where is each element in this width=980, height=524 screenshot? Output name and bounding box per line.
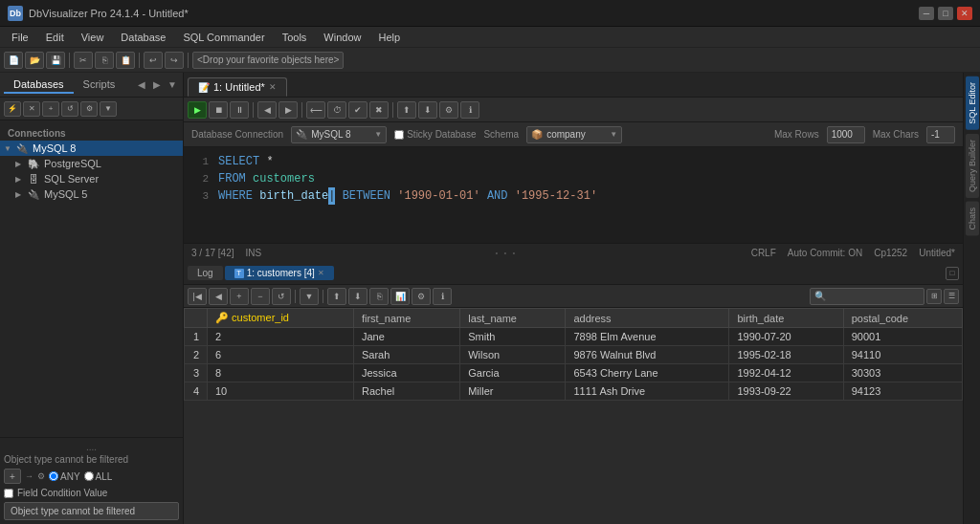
result-maximize-btn[interactable]: □ <box>946 267 959 280</box>
result-tab-close[interactable]: ✕ <box>318 269 324 277</box>
col-header-postal-code[interactable]: postal_code <box>843 309 962 328</box>
sql-options[interactable]: ⚙ <box>439 101 458 119</box>
table-row[interactable]: 2 6 Sarah Wilson 9876 Walnut Blvd 1995-0… <box>185 346 963 364</box>
result-table-wrap[interactable]: 🔑 customer_id first_name last_name addre… <box>184 308 963 524</box>
col-header-last-name[interactable]: last_name <box>460 309 566 328</box>
filter-add-btn[interactable]: + <box>4 469 21 484</box>
tree-item-sqlserver[interactable]: ▶ 🗄 SQL Server <box>0 171 183 186</box>
max-rows-input[interactable] <box>827 126 865 143</box>
cell-first-name[interactable]: Jessica <box>353 364 459 382</box>
sql-rollback[interactable]: ✖ <box>369 101 389 119</box>
sql-stop[interactable]: ⏹ <box>209 101 228 119</box>
cell-customer-id[interactable]: 2 <box>208 328 354 346</box>
cell-first-name[interactable]: Jane <box>353 328 459 346</box>
sql-import[interactable]: ⬇ <box>418 101 437 119</box>
menu-item-file[interactable]: File <box>4 30 36 45</box>
table-row[interactable]: 3 8 Jessica Garcia 6543 Cherry Lane 1992… <box>185 364 963 382</box>
menu-item-window[interactable]: Window <box>316 30 368 45</box>
cell-last-name[interactable]: Wilson <box>460 346 566 364</box>
col-header-first-name[interactable]: first_name <box>353 309 459 328</box>
sticky-checkbox[interactable] <box>394 130 404 140</box>
sql-info[interactable]: ℹ <box>460 101 479 119</box>
cell-customer-id[interactable]: 6 <box>208 346 354 364</box>
cell-address[interactable]: 6543 Cherry Lane <box>566 364 729 382</box>
sql-run[interactable]: ▶ <box>188 101 207 119</box>
panel-filter[interactable]: ▼ <box>100 101 117 117</box>
nav-menu[interactable]: ▼ <box>166 78 179 92</box>
rt-first[interactable]: |◀ <box>188 288 207 305</box>
cell-postal-code[interactable]: 94110 <box>843 346 962 364</box>
sticky-db-check[interactable]: Sticky Database <box>394 129 476 140</box>
rv-list[interactable]: ☰ <box>944 289 959 304</box>
toolbar-paste[interactable]: 📋 <box>116 52 135 69</box>
rt-filter[interactable]: ▼ <box>300 288 319 305</box>
db-connection-select[interactable]: 🔌 MySQL 8 ▼ <box>291 126 387 143</box>
cell-birth-date[interactable]: 1995-02-18 <box>729 346 843 364</box>
cell-customer-id[interactable]: 10 <box>208 382 354 401</box>
cell-birth-date[interactable]: 1992-04-12 <box>729 364 843 382</box>
cell-postal-code[interactable]: 94123 <box>843 382 962 401</box>
cell-first-name[interactable]: Sarah <box>353 346 459 364</box>
rt-refresh[interactable]: ↺ <box>272 288 291 305</box>
menu-item-sql commander[interactable]: SQL Commander <box>175 30 272 45</box>
cell-last-name[interactable]: Miller <box>460 382 566 401</box>
menu-item-database[interactable]: Database <box>113 30 173 45</box>
close-button[interactable]: ✕ <box>957 7 972 20</box>
drag-handle[interactable]: • • • <box>495 249 517 257</box>
panel-add[interactable]: + <box>42 101 59 117</box>
rt-add[interactable]: + <box>230 288 249 305</box>
tree-item-mysql5[interactable]: ▶ 🔌 MySQL 5 <box>0 186 183 202</box>
rt-info[interactable]: ℹ <box>433 288 452 305</box>
cell-address[interactable]: 7898 Elm Avenue <box>566 328 729 346</box>
panel-disconnect[interactable]: ✕ <box>23 101 40 117</box>
result-tab-log[interactable]: Log <box>188 266 223 280</box>
toolbar-copy[interactable]: ⎘ <box>95 52 114 69</box>
cell-postal-code[interactable]: 30303 <box>843 364 962 382</box>
filter-checkbox[interactable] <box>4 489 13 498</box>
rt-delete[interactable]: − <box>251 288 270 305</box>
sql-history[interactable]: ⏱ <box>327 101 346 119</box>
doc-tab-close[interactable]: ✕ <box>269 82 277 92</box>
col-header-address[interactable]: address <box>566 309 729 328</box>
sql-editor[interactable]: 1 SELECT * 2 FROM customers 3 WHERE birt… <box>184 147 963 243</box>
result-search-box[interactable]: 🔍 <box>810 288 924 305</box>
menu-item-edit[interactable]: Edit <box>38 30 72 45</box>
sql-next[interactable]: ▶ <box>278 101 298 119</box>
menu-item-tools[interactable]: Tools <box>275 30 315 45</box>
col-header-birth-date[interactable]: birth_date <box>729 309 843 328</box>
sql-export[interactable]: ⬆ <box>397 101 416 119</box>
cell-address[interactable]: 1111 Ash Drive <box>566 382 729 401</box>
rs-tab-sql-editor[interactable]: SQL Editor <box>966 76 979 130</box>
doc-tab-untitled[interactable]: 📝 1: Untitled* ✕ <box>188 77 287 97</box>
rt-export[interactable]: ⬆ <box>327 288 346 305</box>
toolbar-cut[interactable]: ✂ <box>74 52 93 69</box>
cell-address[interactable]: 9876 Walnut Blvd <box>566 346 729 364</box>
toolbar-new[interactable]: 📄 <box>4 52 23 69</box>
cell-first-name[interactable]: Rachel <box>353 382 459 401</box>
rt-prev[interactable]: ◀ <box>209 288 228 305</box>
rs-tab-query-builder[interactable]: Query Builder <box>966 134 979 198</box>
panel-properties[interactable]: ⚙ <box>80 101 98 117</box>
tree-item-mysql8[interactable]: ▼ 🔌 MySQL 8 <box>0 141 183 156</box>
result-tab-customers[interactable]: T 1: customers [4] ✕ <box>225 266 334 280</box>
maximize-button[interactable]: □ <box>938 7 953 20</box>
max-chars-input[interactable] <box>926 126 955 143</box>
rt-import[interactable]: ⬇ <box>348 288 368 305</box>
toolbar-save[interactable]: 💾 <box>46 52 65 69</box>
rt-copy[interactable]: ⎘ <box>369 288 389 305</box>
filter-type-btn[interactable]: Object type cannot be filtered <box>4 502 179 520</box>
toolbar-open[interactable]: 📂 <box>25 52 44 69</box>
menu-item-view[interactable]: View <box>74 30 112 45</box>
cell-customer-id[interactable]: 8 <box>208 364 354 382</box>
sql-format[interactable]: ⟵ <box>306 101 325 119</box>
table-row[interactable]: 1 2 Jane Smith 7898 Elm Avenue 1990-07-2… <box>185 328 963 346</box>
nav-back[interactable]: ◀ <box>135 78 148 92</box>
cell-birth-date[interactable]: 1993-09-22 <box>729 382 843 401</box>
cell-last-name[interactable]: Garcia <box>460 364 566 382</box>
schema-select[interactable]: 📦 company ▼ <box>526 126 622 143</box>
cell-postal-code[interactable]: 90001 <box>843 328 962 346</box>
cell-birth-date[interactable]: 1990-07-20 <box>729 328 843 346</box>
rt-chart[interactable]: 📊 <box>390 288 410 305</box>
menu-item-help[interactable]: Help <box>370 30 408 45</box>
minimize-button[interactable]: ─ <box>919 7 934 20</box>
